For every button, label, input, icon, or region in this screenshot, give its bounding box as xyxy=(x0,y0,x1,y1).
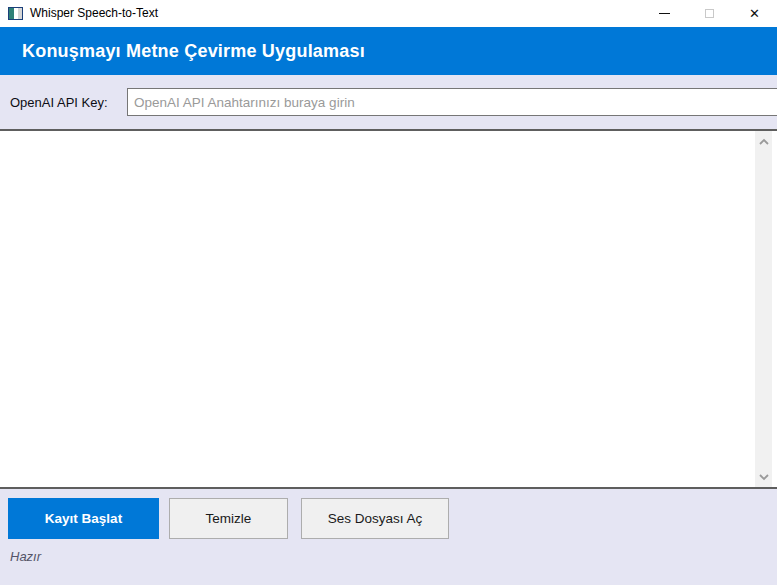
minimize-button[interactable] xyxy=(642,0,687,27)
chevron-down-icon xyxy=(758,473,770,481)
app-header: Konuşmayı Metne Çevirme Uygulaması xyxy=(0,27,777,75)
vertical-scrollbar[interactable] xyxy=(755,131,772,487)
api-key-label: OpenAI API Key: xyxy=(10,75,108,129)
titlebar[interactable]: Whisper Speech-to-Text ✕ xyxy=(0,0,777,27)
start-recording-button[interactable]: Kayıt Başlat xyxy=(8,498,159,539)
window-controls: ✕ xyxy=(642,0,777,27)
app-icon xyxy=(8,7,23,20)
transcript-textarea[interactable] xyxy=(0,131,750,487)
button-row: Kayıt Başlat Temizle Ses Dosyası Aç xyxy=(0,498,777,539)
close-icon: ✕ xyxy=(749,0,760,27)
transcript-frame xyxy=(0,129,777,489)
scroll-down-button[interactable] xyxy=(755,468,772,485)
maximize-icon xyxy=(705,9,714,18)
window-title: Whisper Speech-to-Text xyxy=(30,0,158,27)
chevron-up-icon xyxy=(758,138,770,146)
api-key-input[interactable] xyxy=(127,88,777,116)
api-key-row: OpenAI API Key: xyxy=(0,75,777,129)
close-button[interactable]: ✕ xyxy=(732,0,777,27)
clear-button[interactable]: Temizle xyxy=(169,498,288,539)
open-audio-file-button[interactable]: Ses Dosyası Aç xyxy=(301,498,449,539)
minimize-icon xyxy=(659,13,670,14)
scroll-up-button[interactable] xyxy=(755,133,772,150)
status-label: Hazır xyxy=(10,549,41,564)
page-title: Konuşmayı Metne Çevirme Uygulaması xyxy=(22,41,365,62)
app-window: Whisper Speech-to-Text ✕ Konuşmayı Metne… xyxy=(0,0,777,585)
maximize-button xyxy=(687,0,732,27)
